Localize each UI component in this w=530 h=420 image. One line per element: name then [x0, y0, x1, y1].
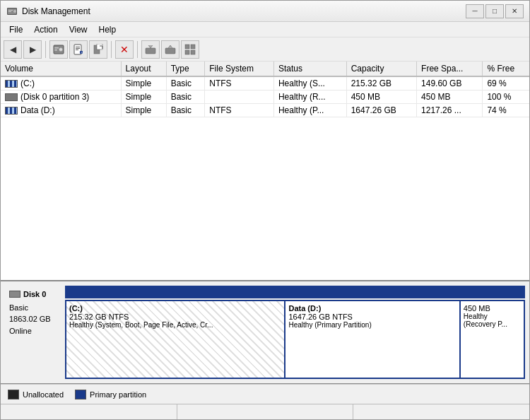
- status-seg-3: [353, 404, 529, 419]
- maximize-button[interactable]: □: [485, 4, 504, 18]
- legend-primary-swatch: [75, 390, 86, 399]
- svg-rect-8: [54, 49, 57, 51]
- svg-rect-21: [185, 50, 189, 54]
- window-title: Disk Management: [22, 6, 90, 16]
- main-window: Disk Management ─ □ ✕ File Action View H…: [0, 0, 530, 420]
- forward-button[interactable]: ▶: [23, 40, 42, 59]
- grid-icon: [184, 44, 196, 55]
- col-capacity[interactable]: Capacity: [346, 62, 416, 76]
- col-volume[interactable]: Volume: [1, 62, 121, 76]
- col-type[interactable]: Type: [166, 62, 205, 76]
- legend-primary-label: Primary partition: [90, 390, 146, 399]
- partition-recovery-block[interactable]: 450 MB Healthy (Recovery P...: [461, 300, 525, 379]
- partition-d-size: 1647.26 GB NTFS: [288, 313, 456, 321]
- delete-button[interactable]: ✕: [115, 40, 134, 59]
- cell-file_system-0: NTFS: [205, 76, 274, 91]
- table-header-row: Volume Layout Type File System Status Ca…: [1, 62, 529, 76]
- volume-table: Volume Layout Type File System Status Ca…: [1, 62, 529, 117]
- legend-unalloc-label: Unallocated: [23, 390, 64, 399]
- legend-area: Unallocated Primary partition: [1, 384, 529, 404]
- refresh-icon: [93, 44, 104, 55]
- svg-rect-22: [191, 50, 195, 54]
- extra-button[interactable]: [181, 40, 199, 59]
- cell-free_space-0: 149.60 GB: [417, 76, 483, 91]
- title-bar-left: Disk Management: [6, 6, 90, 17]
- menu-view[interactable]: View: [64, 23, 93, 36]
- partition-rec-status: Healthy (Recovery P...: [464, 313, 521, 328]
- partitions-row: (C:) 215.32 GB NTFS Healthy (System, Boo…: [65, 300, 525, 379]
- back-button[interactable]: ◀: [4, 40, 22, 59]
- cell-pct_free-0: 69 %: [483, 76, 529, 91]
- disk-name: Disk 0: [9, 288, 61, 301]
- properties-button[interactable]: ✎: [69, 40, 88, 59]
- close-button[interactable]: ✕: [505, 4, 524, 18]
- cell-file_system-2: NTFS: [205, 104, 274, 117]
- disk-status: Online: [9, 325, 61, 337]
- menu-help[interactable]: Help: [93, 23, 122, 36]
- col-freespace[interactable]: Free Spa...: [417, 62, 483, 76]
- svg-rect-4: [8, 11, 11, 12]
- col-status[interactable]: Status: [273, 62, 346, 76]
- disk-size: 1863.02 GB: [9, 313, 61, 325]
- legend-unallocated: Unallocated: [8, 390, 64, 399]
- export-button[interactable]: [161, 40, 179, 59]
- col-pctfree[interactable]: % Free: [483, 62, 529, 76]
- partition-c-size: 215.32 GB NTFS: [69, 313, 281, 321]
- minimize-button[interactable]: ─: [466, 4, 484, 18]
- toolbar-separator-2: [111, 41, 112, 58]
- cell-status-0: Healthy (S...: [273, 76, 346, 91]
- import-button[interactable]: [141, 40, 160, 59]
- table-row[interactable]: Data (D:)SimpleBasicNTFSHealthy (P...164…: [1, 104, 529, 117]
- main-content: Volume Layout Type File System Status Ca…: [1, 62, 529, 419]
- cell-capacity-1: 450 MB: [346, 91, 416, 104]
- menu-action[interactable]: Action: [28, 23, 63, 36]
- table-area[interactable]: Volume Layout Type File System Status Ca…: [1, 62, 529, 281]
- import-icon: [145, 44, 156, 55]
- disk-drive-icon: [9, 291, 20, 298]
- svg-rect-10: [76, 47, 80, 47]
- svg-point-6: [59, 47, 63, 51]
- svg-rect-7: [54, 47, 59, 49]
- disk-view-area: Disk 0 Basic 1863.02 GB Online (C:) 215.…: [1, 281, 529, 384]
- table-row[interactable]: (Disk 0 partition 3)SimpleBasicHealthy (…: [1, 91, 529, 104]
- cell-capacity-2: 1647.26 GB: [346, 104, 416, 117]
- partition-c-name: (C:): [69, 304, 281, 313]
- show-volume-button[interactable]: [49, 40, 68, 59]
- properties-icon: ✎: [73, 44, 84, 55]
- table-body: (C:)SimpleBasicNTFSHealthy (S...215.32 G…: [1, 76, 529, 117]
- status-bar: [1, 404, 529, 419]
- cell-type-1: Basic: [166, 91, 205, 104]
- status-seg-1: [1, 404, 177, 419]
- svg-rect-20: [191, 45, 195, 49]
- disk-name-text: Disk 0: [23, 288, 46, 301]
- col-filesystem[interactable]: File System: [205, 62, 274, 76]
- legend-unalloc-swatch: [8, 390, 19, 399]
- svg-rect-3: [8, 10, 13, 11]
- menu-bar: File Action View Help: [1, 22, 529, 37]
- col-layout[interactable]: Layout: [121, 62, 166, 76]
- partition-c-status: Healthy (System, Boot, Page File, Active…: [69, 321, 281, 329]
- menu-file[interactable]: File: [4, 23, 28, 36]
- partition-c-block[interactable]: (C:) 215.32 GB NTFS Healthy (System, Boo…: [65, 300, 285, 379]
- cell-pct_free-2: 74 %: [483, 104, 529, 117]
- partition-d-block[interactable]: Data (D:) 1647.26 GB NTFS Healthy (Prima…: [285, 300, 460, 379]
- cell-status-1: Healthy (R...: [273, 91, 346, 104]
- disk-label: Disk 0 Basic 1863.02 GB Online: [5, 286, 65, 379]
- svg-rect-18: [165, 48, 175, 54]
- svg-rect-19: [185, 45, 189, 49]
- cell-free_space-2: 1217.26 ...: [417, 104, 483, 117]
- svg-point-2: [13, 10, 16, 13]
- refresh-button[interactable]: [89, 40, 107, 59]
- status-seg-2: [177, 404, 354, 419]
- cell-layout-1: Simple: [121, 91, 166, 104]
- svg-rect-12: [76, 49, 78, 50]
- svg-rect-17: [146, 48, 155, 54]
- partition-d-name: Data (D:): [288, 304, 456, 313]
- cell-free_space-1: 450 MB: [417, 91, 483, 104]
- table-row[interactable]: (C:)SimpleBasicNTFSHealthy (S...215.32 G…: [1, 76, 529, 91]
- disk-toolbar-icon: [53, 44, 64, 55]
- cell-status-2: Healthy (P...: [273, 104, 346, 117]
- cell-type-0: Basic: [166, 76, 205, 91]
- cell-volume-1: (Disk 0 partition 3): [1, 91, 121, 104]
- window-controls: ─ □ ✕: [466, 4, 524, 18]
